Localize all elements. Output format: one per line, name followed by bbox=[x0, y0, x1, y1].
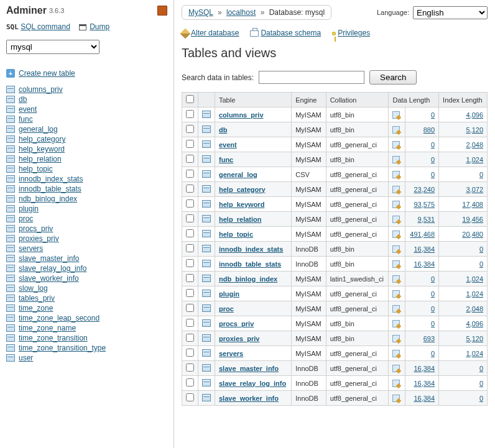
edit-icon[interactable] bbox=[392, 275, 400, 283]
index-length-link[interactable]: 1,024 bbox=[466, 156, 483, 163]
search-input[interactable] bbox=[259, 71, 364, 84]
edit-icon[interactable] bbox=[392, 216, 400, 223]
sidebar-table-link[interactable]: columns_priv bbox=[19, 85, 63, 94]
row-checkbox[interactable] bbox=[186, 155, 194, 163]
edit-icon[interactable] bbox=[392, 380, 400, 387]
table-name-link[interactable]: slave_master_info bbox=[219, 365, 279, 372]
data-length-link[interactable]: 0 bbox=[431, 350, 435, 357]
sidebar-table-link[interactable]: innodb_index_stats bbox=[19, 175, 83, 183]
table-name-link[interactable]: help_category bbox=[219, 186, 266, 193]
row-checkbox[interactable] bbox=[186, 229, 194, 237]
edit-icon[interactable] bbox=[392, 186, 400, 193]
sidebar-table-link[interactable]: tables_priv bbox=[19, 294, 55, 303]
index-length-link[interactable]: 2,048 bbox=[466, 141, 483, 149]
data-length-link[interactable]: 93,575 bbox=[414, 201, 435, 208]
edit-icon[interactable] bbox=[392, 231, 400, 238]
table-name-link[interactable]: general_log bbox=[219, 171, 257, 178]
sidebar-table-link[interactable]: func bbox=[19, 115, 33, 124]
index-length-link[interactable]: 2,048 bbox=[466, 305, 483, 313]
table-name-link[interactable]: help_keyword bbox=[219, 201, 264, 208]
table-name-link[interactable]: slave_worker_info bbox=[219, 395, 279, 402]
sidebar-table-link[interactable]: help_category bbox=[19, 135, 65, 144]
table-name-link[interactable]: event bbox=[219, 141, 237, 149]
sidebar-table-link[interactable]: time_zone_transition_type bbox=[19, 344, 106, 352]
sidebar-table-link[interactable]: proc bbox=[19, 214, 33, 223]
sql-command-link[interactable]: SQL command bbox=[21, 22, 70, 31]
edit-icon[interactable] bbox=[392, 245, 400, 253]
row-checkbox[interactable] bbox=[186, 140, 194, 148]
index-length-link[interactable]: 0 bbox=[479, 395, 483, 402]
table-name-link[interactable]: innodb_index_stats bbox=[219, 245, 283, 253]
edit-icon[interactable] bbox=[392, 126, 400, 134]
data-length-link[interactable]: 16,384 bbox=[414, 260, 435, 268]
sidebar-table-link[interactable]: slave_master_info bbox=[19, 254, 79, 263]
row-checkbox[interactable] bbox=[186, 349, 194, 357]
index-length-link[interactable]: 5,120 bbox=[466, 335, 483, 342]
table-name-link[interactable]: servers bbox=[219, 350, 243, 357]
sidebar-table-link[interactable]: time_zone_transition bbox=[19, 334, 88, 342]
alter-database-link[interactable]: Alter database bbox=[191, 29, 239, 37]
col-table[interactable]: Table bbox=[215, 93, 292, 107]
dump-link[interactable]: Dump bbox=[90, 22, 109, 31]
row-checkbox[interactable] bbox=[186, 363, 194, 372]
sidebar-table-link[interactable]: servers bbox=[19, 244, 43, 253]
data-length-link[interactable]: 9,531 bbox=[418, 216, 435, 223]
row-checkbox[interactable] bbox=[186, 289, 194, 297]
index-length-link[interactable]: 0 bbox=[479, 365, 483, 372]
privileges-link[interactable]: Privileges bbox=[338, 29, 370, 37]
data-length-link[interactable]: 0 bbox=[431, 275, 435, 283]
row-checkbox[interactable] bbox=[186, 244, 194, 252]
logout-icon[interactable] bbox=[157, 6, 167, 16]
row-checkbox[interactable] bbox=[186, 170, 194, 178]
data-length-link[interactable]: 16,384 bbox=[414, 380, 435, 387]
index-length-link[interactable]: 19,456 bbox=[462, 216, 483, 223]
data-length-link[interactable]: 0 bbox=[431, 111, 435, 119]
data-length-link[interactable]: 0 bbox=[431, 320, 435, 327]
database-select[interactable]: mysql bbox=[6, 40, 99, 54]
create-table-link[interactable]: Create new table bbox=[19, 69, 75, 78]
index-length-link[interactable]: 1,024 bbox=[466, 275, 483, 283]
data-length-link[interactable]: 0 bbox=[431, 141, 435, 149]
row-checkbox[interactable] bbox=[186, 274, 194, 282]
index-length-link[interactable]: 4,096 bbox=[466, 320, 483, 327]
table-name-link[interactable]: procs_priv bbox=[219, 320, 254, 327]
sidebar-table-link[interactable]: slave_worker_info bbox=[19, 274, 79, 283]
table-name-link[interactable]: ndb_binlog_index bbox=[219, 275, 277, 283]
select-all-checkbox[interactable] bbox=[186, 95, 194, 103]
sidebar-table-link[interactable]: time_zone_leap_second bbox=[19, 314, 99, 322]
index-length-link[interactable]: 3,072 bbox=[466, 186, 483, 193]
table-name-link[interactable]: innodb_table_stats bbox=[219, 260, 281, 268]
table-name-link[interactable]: plugin bbox=[219, 290, 239, 298]
sidebar-table-link[interactable]: event bbox=[19, 105, 37, 114]
table-name-link[interactable]: db bbox=[219, 126, 227, 134]
index-length-link[interactable]: 0 bbox=[479, 260, 483, 268]
edit-icon[interactable] bbox=[392, 171, 400, 178]
index-length-link[interactable]: 4,096 bbox=[466, 111, 483, 119]
sidebar-table-link[interactable]: plugin bbox=[19, 204, 39, 213]
index-length-link[interactable]: 0 bbox=[479, 171, 483, 178]
col-engine[interactable]: Engine bbox=[292, 93, 326, 107]
crumb-driver[interactable]: MySQL bbox=[188, 8, 213, 17]
edit-icon[interactable] bbox=[392, 305, 400, 313]
edit-icon[interactable] bbox=[392, 365, 400, 372]
sidebar-table-link[interactable]: innodb_table_stats bbox=[19, 185, 81, 193]
edit-icon[interactable] bbox=[392, 156, 400, 163]
row-checkbox[interactable] bbox=[186, 393, 194, 401]
edit-icon[interactable] bbox=[392, 320, 400, 327]
row-checkbox[interactable] bbox=[186, 214, 194, 222]
index-length-link[interactable]: 1,024 bbox=[466, 350, 483, 357]
sidebar-table-link[interactable]: time_zone bbox=[19, 304, 53, 313]
edit-icon[interactable] bbox=[392, 260, 400, 268]
sidebar-table-link[interactable]: procs_priv bbox=[19, 224, 53, 233]
index-length-link[interactable]: 20,480 bbox=[462, 231, 483, 238]
data-length-link[interactable]: 23,240 bbox=[414, 186, 435, 193]
index-length-link[interactable]: 5,120 bbox=[466, 126, 483, 134]
sidebar-table-link[interactable]: slow_log bbox=[19, 284, 48, 293]
data-length-link[interactable]: 0 bbox=[431, 290, 435, 298]
row-checkbox[interactable] bbox=[186, 185, 194, 193]
data-length-link[interactable]: 0 bbox=[431, 171, 435, 178]
row-checkbox[interactable] bbox=[186, 378, 194, 386]
crumb-host[interactable]: localhost bbox=[226, 8, 256, 17]
sidebar-table-link[interactable]: help_relation bbox=[19, 155, 62, 163]
search-button[interactable]: Search bbox=[369, 70, 417, 85]
